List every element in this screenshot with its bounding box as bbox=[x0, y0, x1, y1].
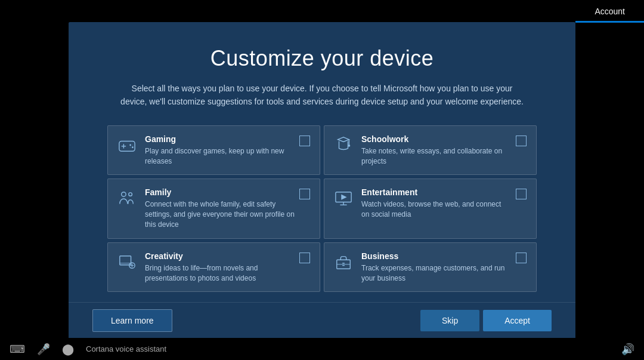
business-icon bbox=[333, 251, 354, 273]
svg-point-9 bbox=[122, 192, 126, 197]
card-business-desc: Track expenses, manage customers, and ru… bbox=[361, 263, 511, 284]
cortana-icon[interactable]: ⬤ bbox=[62, 343, 74, 356]
card-family-desc: Connect with the whole family, edit safe… bbox=[145, 199, 295, 229]
card-business-checkbox[interactable] bbox=[516, 253, 527, 263]
card-business-content: Business Track expenses, manage customer… bbox=[361, 251, 511, 284]
action-buttons: Skip Accept bbox=[420, 310, 552, 331]
main-window: Customize your device Select all the way… bbox=[69, 22, 575, 338]
svg-point-5 bbox=[130, 147, 131, 147]
bottom-bar: Learn more Skip Accept bbox=[69, 302, 575, 338]
card-schoolwork[interactable]: Schoolwork Take notes, write essays, and… bbox=[324, 125, 537, 176]
top-bar: Account bbox=[0, 0, 644, 23]
svg-point-10 bbox=[129, 193, 132, 196]
card-schoolwork-title: Schoolwork bbox=[361, 134, 511, 144]
card-gaming-desc: Play and discover games, keep up with ne… bbox=[145, 146, 295, 167]
card-schoolwork-desc: Take notes, write essays, and collaborat… bbox=[361, 146, 511, 167]
card-business[interactable]: Business Track expenses, manage customer… bbox=[324, 242, 537, 293]
card-schoolwork-checkbox[interactable] bbox=[516, 136, 527, 146]
taskbar: ⌨ 🎤 ⬤ Cortana voice assistant 🔊 bbox=[0, 338, 644, 360]
page-subtitle: Select all the ways you plan to use your… bbox=[119, 82, 525, 109]
card-gaming-title: Gaming bbox=[145, 134, 295, 144]
creativity-icon bbox=[116, 251, 138, 273]
microphone-icon[interactable]: 🎤 bbox=[37, 343, 50, 356]
card-gaming-checkbox[interactable] bbox=[299, 136, 310, 146]
cortana-label: Cortana voice assistant bbox=[86, 344, 166, 353]
entertainment-icon bbox=[333, 187, 354, 209]
volume-icon[interactable]: 🔊 bbox=[621, 343, 634, 356]
learn-more-button[interactable]: Learn more bbox=[92, 309, 172, 332]
family-icon bbox=[116, 187, 138, 209]
card-creativity-content: Creativity Bring ideas to life—from nove… bbox=[145, 251, 295, 284]
card-entertainment-content: Entertainment Watch videos, browse the w… bbox=[361, 187, 511, 220]
svg-point-4 bbox=[132, 146, 134, 148]
cards-grid: Gaming Play and discover games, keep up … bbox=[107, 125, 537, 293]
card-creativity-title: Creativity bbox=[145, 251, 295, 261]
card-entertainment[interactable]: Entertainment Watch videos, browse the w… bbox=[324, 179, 537, 238]
card-entertainment-checkbox[interactable] bbox=[516, 189, 527, 199]
card-gaming-content: Gaming Play and discover games, keep up … bbox=[145, 134, 295, 167]
card-family-content: Family Connect with the whole family, ed… bbox=[145, 187, 295, 229]
card-creativity[interactable]: Creativity Bring ideas to life—from nove… bbox=[107, 242, 320, 293]
account-tab[interactable]: Account bbox=[575, 3, 644, 23]
schoolwork-icon bbox=[333, 134, 354, 156]
svg-point-8 bbox=[348, 144, 351, 147]
card-creativity-desc: Bring ideas to life—from novels and pres… bbox=[145, 263, 295, 284]
page-title: Customize your device bbox=[210, 46, 434, 71]
card-entertainment-title: Entertainment bbox=[361, 187, 511, 197]
accept-button[interactable]: Accept bbox=[483, 310, 552, 331]
gaming-icon bbox=[116, 134, 138, 156]
svg-rect-15 bbox=[120, 256, 131, 264]
card-gaming[interactable]: Gaming Play and discover games, keep up … bbox=[107, 125, 320, 176]
skip-button[interactable]: Skip bbox=[420, 310, 479, 331]
card-family-title: Family bbox=[145, 187, 295, 197]
svg-point-3 bbox=[129, 144, 131, 146]
card-schoolwork-content: Schoolwork Take notes, write essays, and… bbox=[361, 134, 511, 167]
card-business-title: Business bbox=[361, 251, 511, 261]
card-entertainment-desc: Watch videos, browse the web, and connec… bbox=[361, 199, 511, 220]
keyboard-icon[interactable]: ⌨ bbox=[10, 343, 25, 356]
card-family-checkbox[interactable] bbox=[299, 189, 310, 199]
svg-point-6 bbox=[132, 144, 133, 145]
card-family[interactable]: Family Connect with the whole family, ed… bbox=[107, 179, 320, 238]
card-creativity-checkbox[interactable] bbox=[299, 253, 310, 263]
svg-marker-14 bbox=[341, 195, 346, 200]
